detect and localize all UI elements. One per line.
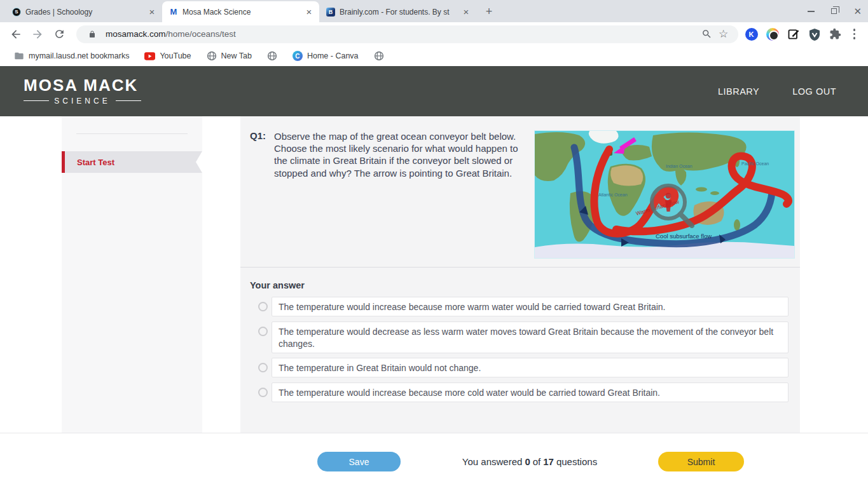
answer-option-2[interactable]: The temperature would decrease as less w… (272, 322, 789, 353)
canva-icon: C (293, 51, 303, 61)
camera-extension-icon[interactable] (766, 27, 780, 41)
shield-extension-icon[interactable] (808, 27, 822, 41)
answer-radio-4[interactable] (258, 388, 268, 397)
mosa-mack-logo[interactable]: MOSA MACK SCIENCE (24, 77, 141, 105)
sidebar: Start Test (62, 116, 202, 433)
progress-text: You answered 0 of 17 questions (420, 452, 640, 471)
restore-icon[interactable] (831, 8, 837, 14)
map-label-pacific: Pacific Ocean (741, 161, 769, 166)
extensions-puzzle-icon[interactable] (829, 27, 843, 41)
your-answer-heading: Your answer (250, 280, 305, 290)
bookmark-star-icon[interactable]: ☆ (715, 26, 732, 43)
bookmarks-bar: mymail.lausd.net bookmarks YouTube New T… (0, 46, 868, 66)
logo-subtitle: SCIENCE (54, 97, 110, 105)
answered-count: 0 (525, 456, 530, 467)
question-panel: Q1: Observe the map of the great ocean c… (240, 116, 800, 433)
youtube-icon (144, 52, 155, 60)
total-count: 17 (543, 456, 554, 467)
site-header: MOSA MACK SCIENCE LIBRARY LOG OUT (0, 66, 868, 116)
address-bar[interactable]: mosamack.com/home/oceans/test ☆ (76, 25, 738, 43)
url-text[interactable]: mosamack.com/home/oceans/test (106, 29, 699, 39)
logo-title: MOSA MACK (24, 77, 141, 94)
window-close-icon[interactable]: ✕ (853, 6, 862, 16)
tab-strip: S Grades | Schoology × M Mosa Mack Scien… (0, 0, 868, 22)
folder-icon (14, 51, 24, 61)
kami-extension-icon[interactable]: K (745, 27, 759, 41)
map-label-indian: Indian Ocean (666, 164, 692, 168)
test-footer: Save You answered 0 of 17 questions Subm… (0, 433, 868, 488)
nav-logout-link[interactable]: LOG OUT (792, 86, 836, 97)
bookmark-newtab[interactable]: New Tab (202, 49, 257, 63)
close-tab-icon[interactable]: × (461, 7, 471, 17)
tab-schoology[interactable]: S Grades | Schoology × (5, 1, 162, 22)
tab-brainly[interactable]: B Brainly.com - For students. By st × (319, 1, 476, 22)
save-button[interactable]: Save (317, 452, 401, 471)
notes-extension-icon[interactable] (787, 27, 801, 41)
bookmark-canva[interactable]: C Home - Canva (287, 49, 364, 63)
zoom-search-icon[interactable] (699, 26, 715, 43)
back-button[interactable] (6, 25, 25, 44)
mosamack-favicon-icon: M (169, 7, 179, 17)
globe-icon (207, 51, 217, 61)
lock-icon (84, 26, 100, 43)
map-label-cool-flow: Cool subsurface flow (656, 233, 712, 240)
tab-title: Grades | Schoology (25, 8, 143, 17)
bookmark-youtube[interactable]: YouTube (139, 50, 196, 62)
tab-mosa-mack[interactable]: M Mosa Mack Science × (162, 1, 319, 22)
tab-title: Brainly.com - For students. By st (340, 8, 457, 17)
bookmark-label: mymail.lausd.net bookmarks (29, 51, 129, 60)
section-divider (240, 267, 800, 268)
globe-icon (374, 51, 384, 61)
nav-library-link[interactable]: LIBRARY (718, 86, 759, 97)
close-tab-icon[interactable]: × (304, 7, 314, 17)
forward-button[interactable] (28, 25, 47, 44)
question-text: Observe the map of the great ocean conve… (274, 130, 534, 179)
extensions-area: K (745, 27, 860, 41)
brainly-favicon-icon: B (326, 7, 336, 17)
browser-menu-icon[interactable] (850, 29, 860, 39)
ocean-conveyor-map-image[interactable]: Atlantic Ocean Indian Ocean Pacific Ocea… (534, 130, 795, 259)
bookmark-site[interactable] (262, 49, 282, 63)
bookmark-folder[interactable]: mymail.lausd.net bookmarks (9, 49, 134, 63)
close-tab-icon[interactable]: × (147, 7, 157, 17)
reload-button[interactable] (50, 25, 69, 44)
bookmark-label: Home - Canva (307, 51, 359, 60)
answer-option-4[interactable]: The temperature would increase because m… (272, 383, 789, 402)
sidebar-item-start-test[interactable]: Start Test (62, 151, 202, 173)
answer-option-1[interactable]: The temperature would increase because m… (272, 297, 789, 316)
bookmark-site-2[interactable] (369, 49, 389, 63)
page-content: Start Test Q1: Observe the map of the gr… (0, 116, 868, 433)
submit-button[interactable]: Submit (658, 452, 744, 471)
answer-radio-1[interactable] (258, 302, 268, 311)
answer-radio-2[interactable] (258, 327, 268, 336)
bookmark-label: New Tab (221, 51, 252, 60)
sidebar-divider (76, 133, 188, 134)
answer-radio-3[interactable] (258, 363, 268, 372)
question-number: Q1: (250, 130, 266, 141)
globe-icon (267, 51, 277, 61)
tab-title: Mosa Mack Science (183, 8, 300, 17)
browser-toolbar: mosamack.com/home/oceans/test ☆ K (0, 22, 868, 46)
answer-option-3[interactable]: The temperature in Great Britain would n… (272, 358, 789, 377)
window-controls: ✕ (808, 0, 862, 22)
new-tab-button[interactable]: + (480, 3, 498, 20)
map-label-atlantic: Atlantic Ocean (598, 193, 628, 197)
schoology-favicon-icon: S (11, 7, 22, 17)
minimize-icon[interactable] (808, 11, 815, 12)
bookmark-label: YouTube (160, 51, 191, 60)
